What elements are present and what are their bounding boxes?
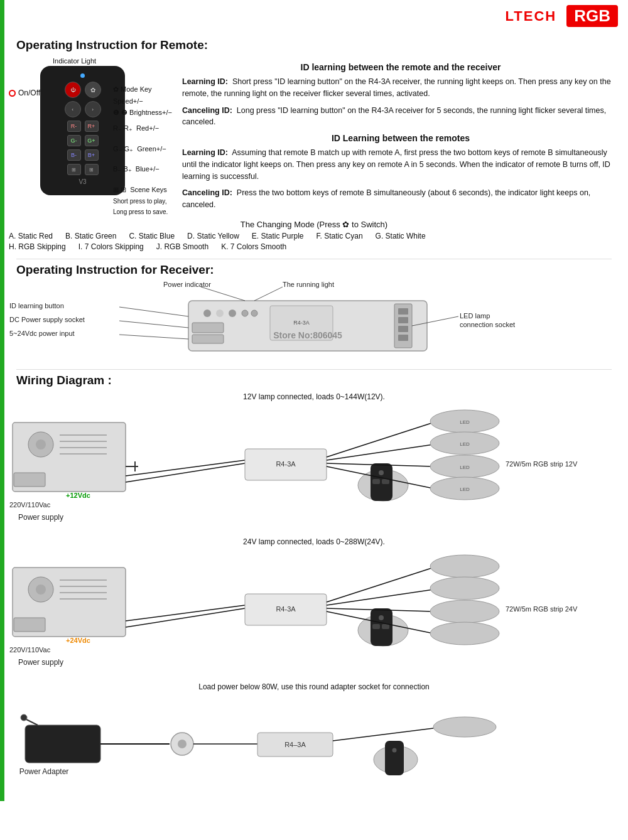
onoff-area: On/Off (9, 89, 40, 97)
canceling-id-para-2: Canceling ID: Press the two bottom keys … (182, 187, 619, 211)
green-label: G₋ G₊ Green+/− (113, 143, 172, 155)
remote-row-blue: B- B+ (45, 149, 120, 161)
mode-d: D. Static Yellow (187, 232, 239, 240)
svg-point-91 (430, 622, 499, 645)
red-label: R₋ R₊ Red+/− (113, 122, 172, 134)
brightness-label: ❶ ❷ Brightness+/− (113, 107, 172, 119)
b-plus-btn[interactable]: B+ (85, 149, 99, 161)
scene-btn-1[interactable]: ⊞ (67, 164, 81, 175)
svg-rect-83 (382, 624, 389, 629)
svg-line-18 (254, 287, 283, 301)
svg-text:220V/110Vac: 220V/110Vac (9, 501, 51, 509)
scene-btn-2[interactable]: ⊞ (85, 164, 99, 175)
receiver-svg: R4-3A Store No:806045 Power indicator Th… (6, 282, 615, 363)
b-minus-btn[interactable]: B- (67, 149, 81, 161)
svg-text:R4-3A: R4-3A (276, 605, 296, 613)
svg-point-97 (178, 740, 187, 748)
wiring-row-3: Load power below 80W, use this round ada… (6, 682, 622, 790)
svg-line-22 (119, 321, 188, 328)
ltech-logo: LTECH (506, 8, 557, 24)
wiring-desc-2: 24V lamp connected, loads 0~288W(24V). (6, 537, 622, 546)
canceling-id-label-1: Canceling ID: (182, 106, 232, 115)
svg-line-76 (126, 608, 245, 627)
svg-text:DC Power supply socket: DC Power supply socket (9, 316, 85, 323)
canceling-id-text-1: Long press "ID learning button" on the R… (182, 106, 606, 127)
svg-text:LED: LED (460, 441, 470, 447)
remote-section-title: Operating Instruction for Remote: (16, 38, 612, 52)
power-btn[interactable]: ⏻ (65, 82, 81, 98)
blue-label: B₋ B₊ Blue+/− (113, 163, 172, 175)
svg-text:ID learning button: ID learning button (9, 302, 64, 310)
svg-rect-10 (398, 317, 408, 323)
learning-id-text-2: Assuming that remote B match up with rem… (182, 148, 610, 181)
header: LTECH RGB (0, 0, 628, 30)
svg-point-81 (379, 615, 384, 620)
learning-id-para-2: Learning ID: Assuming that remote B matc… (182, 147, 619, 182)
svg-rect-11 (398, 326, 408, 332)
receiver-svg-area: R4-3A Store No:806045 Power indicator Th… (6, 282, 622, 365)
svg-text:LED: LED (460, 419, 470, 425)
svg-rect-36 (14, 473, 45, 487)
remote-row-arrows: ‹ › (45, 101, 120, 117)
modes-title: The Changing Mode (Press ✿ to Switch) (9, 220, 619, 229)
wiring-svg-3: R4–3A Power Adapter (6, 694, 615, 788)
svg-text:LED: LED (460, 487, 470, 492)
svg-text:+24Vdc: +24Vdc (66, 637, 90, 644)
g-plus-btn[interactable]: G+ (85, 135, 99, 146)
learning-id-text-1: Short press "ID learning button" on the … (182, 77, 611, 98)
svg-point-89 (430, 577, 499, 600)
scene-keys-label: ⊞ ⊞ Scene Keys (113, 184, 172, 196)
wiring-desc-3: Load power below 80W, use this round ada… (6, 682, 622, 691)
onoff-label: On/Off (18, 89, 40, 97)
wiring-desc-1: 12V lamp connected, loads 0~144W(12V). (6, 392, 622, 401)
svg-line-20 (119, 307, 188, 316)
speed-label: Speed+/− (113, 95, 172, 107)
divider-1 (16, 259, 612, 259)
svg-line-75 (126, 605, 245, 621)
right-arrow-btn[interactable]: › (85, 101, 101, 117)
remote-row-top: ⏻ ✿ (45, 82, 120, 98)
r-minus-btn[interactable]: R- (67, 121, 81, 132)
mode-key-label: ✿ Mode Key (113, 83, 172, 95)
svg-line-16 (201, 287, 245, 301)
svg-text:72W/5m  RGB strip  24V: 72W/5m RGB strip 24V (506, 605, 578, 613)
svg-point-90 (430, 600, 499, 623)
learning-id-label-1: Learning ID: (182, 77, 228, 86)
r-plus-btn[interactable]: R+ (85, 121, 99, 132)
mode-btn[interactable]: ✿ (85, 82, 101, 98)
remote-diagram-area: Indicator Light On/Off ⏻ ✿ (9, 57, 172, 216)
svg-point-88 (430, 555, 499, 578)
svg-text:Power supply: Power supply (18, 513, 63, 522)
long-press-label: Long press to save. (113, 207, 172, 217)
mode-h: H. RGB Skipping (9, 242, 66, 251)
svg-point-2 (216, 310, 224, 317)
left-arrow-btn[interactable]: ‹ (65, 101, 81, 117)
id-learning-area: ID learning between the remote and the r… (182, 57, 619, 216)
svg-rect-7 (192, 335, 224, 343)
svg-rect-71 (14, 618, 45, 632)
mode-c: C. Static Blue (129, 232, 175, 240)
svg-text:R4–3A: R4–3A (284, 741, 306, 748)
g-minus-btn[interactable]: G- (67, 135, 81, 146)
svg-point-3 (229, 310, 236, 317)
svg-text:Power supply: Power supply (18, 658, 63, 667)
wiring-svg-1: +12Vdc 220V/110Vac Power supply R4-3A (6, 404, 615, 529)
svg-text:+12Vdc: +12Vdc (66, 492, 90, 499)
svg-text:R4-3A: R4-3A (276, 460, 296, 468)
mode-b: B. Static Green (65, 232, 116, 240)
receiver-section-title: Operating Instruction for Receiver: (16, 263, 612, 277)
green-side-bar (0, 0, 4, 801)
svg-rect-12 (398, 335, 408, 341)
mode-j: J. RGB Smooth (156, 242, 208, 251)
remote-body: ⏻ ✿ ‹ › R- R+ G- (40, 66, 125, 195)
divider-2 (16, 369, 612, 370)
svg-point-1 (203, 310, 211, 317)
remote-right-labels: ✿ Mode Key Speed+/− ❶ ❷ Brightness+/− R₋… (113, 83, 172, 217)
learning-id-label-2: Learning ID: (182, 148, 228, 157)
svg-line-104 (333, 728, 433, 741)
svg-rect-93 (25, 725, 100, 763)
svg-text:LED lamp: LED lamp (460, 312, 490, 320)
mode-a: A. Static Red (9, 232, 53, 240)
wiring-row-2: 24V lamp connected, loads 0~288W(24V). +… (6, 537, 622, 676)
svg-line-24 (119, 335, 188, 339)
